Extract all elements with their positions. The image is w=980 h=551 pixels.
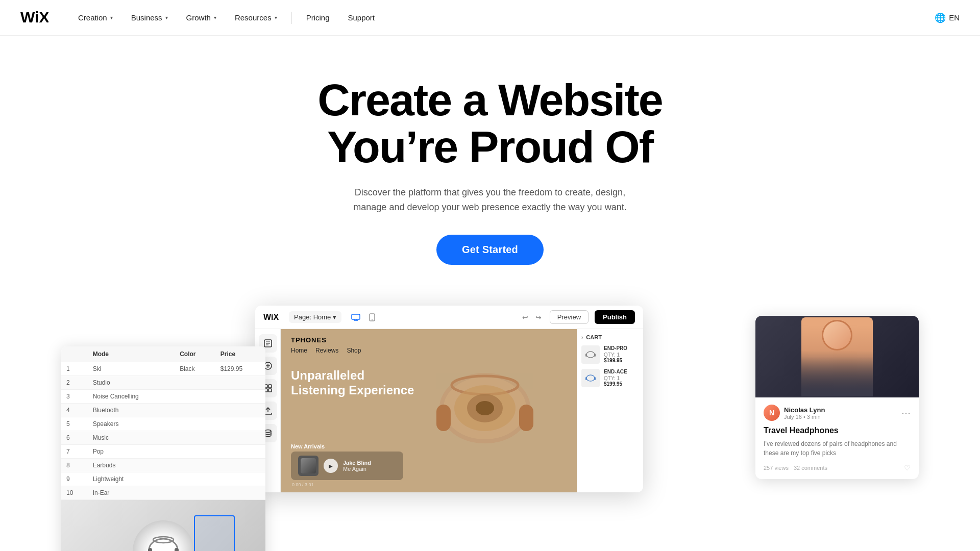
table-row: 9Lightweight bbox=[61, 472, 265, 486]
nav-growth[interactable]: Growth ▾ bbox=[177, 9, 226, 26]
canvas-nav-reviews[interactable]: Reviews bbox=[315, 347, 338, 354]
chevron-down-icon: ▾ bbox=[165, 15, 168, 20]
cart-panel: › CART END-PRO QTY: 1 $199.95 bbox=[577, 329, 643, 492]
col-mode: Mode bbox=[88, 346, 175, 362]
svg-rect-25 bbox=[436, 405, 451, 431]
nav-menu: Creation ▾ Business ▾ Growth ▾ Resources… bbox=[69, 9, 384, 26]
table-row: 4Bluetooth bbox=[61, 404, 265, 417]
table-row: 5Speakers bbox=[61, 417, 265, 431]
undo-button[interactable]: ↩ bbox=[520, 311, 530, 323]
page-selector[interactable]: Page: Home ▾ bbox=[289, 311, 341, 323]
product-table-card: Mode Color Price 1SkiBlack$129.95 2Studi… bbox=[61, 346, 265, 551]
device-toggle bbox=[350, 311, 378, 323]
svg-rect-32 bbox=[594, 354, 596, 357]
svg-text:WiX: WiX bbox=[20, 9, 48, 24]
nav-creation[interactable]: Creation ▾ bbox=[69, 9, 122, 26]
table-row: 6Music bbox=[61, 431, 265, 445]
screenshots-section: Mode Color Price 1SkiBlack$129.95 2Studi… bbox=[0, 306, 980, 492]
svg-rect-19 bbox=[268, 385, 272, 388]
wix-logo[interactable]: WiX bbox=[20, 9, 48, 27]
desktop-icon[interactable] bbox=[350, 311, 362, 323]
selection-box bbox=[194, 515, 235, 551]
navbar: WiX Creation ▾ Business ▾ Growth ▾ Resou… bbox=[0, 0, 980, 36]
svg-rect-5 bbox=[352, 314, 360, 319]
undo-redo-group: ↩ ↪ bbox=[520, 311, 544, 323]
blog-comments: 32 comments bbox=[794, 465, 827, 471]
blog-excerpt: I’ve reviewed dozens of pairs of headpho… bbox=[764, 439, 911, 458]
cart-expand-icon[interactable]: › bbox=[581, 335, 583, 340]
author-avatar: N bbox=[764, 405, 780, 421]
chevron-down-icon: ▾ bbox=[110, 15, 113, 20]
col-color: Color bbox=[175, 346, 215, 362]
get-started-button[interactable]: Get Started bbox=[436, 235, 544, 265]
svg-point-29 bbox=[476, 401, 494, 415]
svg-point-10 bbox=[372, 319, 373, 320]
blog-views: 257 views bbox=[764, 465, 789, 471]
col-price: Price bbox=[215, 346, 265, 362]
blog-footer: 257 views 32 comments ♡ bbox=[764, 464, 911, 472]
canvas-bottom: New Arrivals ▶ Jake Blind Me Again 0:00 … bbox=[291, 443, 572, 487]
cart-item-details: END-ACE QTY: 1 $199.95 bbox=[604, 369, 627, 387]
mobile-icon[interactable] bbox=[366, 311, 378, 323]
cart-header: › CART bbox=[581, 334, 639, 340]
table-row: 10In-Ear bbox=[61, 486, 265, 500]
blog-author-row: N Nicolas Lynn July 16 • 3 min ⋯ bbox=[764, 405, 911, 421]
blog-image bbox=[755, 316, 919, 397]
editor-wix-logo: WiX bbox=[263, 313, 279, 322]
canvas-nav-shop[interactable]: Shop bbox=[347, 347, 361, 354]
cart-item-image bbox=[581, 369, 600, 387]
canvas-nav-home[interactable]: Home bbox=[291, 347, 307, 354]
preview-button[interactable]: Preview bbox=[550, 310, 589, 324]
locale-switcher[interactable]: 🌐 EN bbox=[935, 12, 960, 23]
cart-item-details: END-PRO QTY: 1 $199.95 bbox=[604, 345, 627, 363]
like-button[interactable]: ♡ bbox=[904, 464, 911, 472]
nav-divider bbox=[291, 12, 292, 24]
blog-title: Travel Headphones bbox=[764, 426, 911, 435]
product-image bbox=[61, 500, 265, 551]
svg-rect-31 bbox=[585, 354, 587, 357]
cart-item: END-ACE QTY: 1 $199.95 bbox=[581, 369, 639, 387]
editor-topbar: WiX Page: Home ▾ ↩ ↪ Preview Publish bbox=[255, 306, 643, 329]
music-play-button[interactable]: ▶ bbox=[324, 459, 338, 473]
blog-menu-button[interactable]: ⋯ bbox=[901, 407, 911, 418]
headphones-thumbnail bbox=[133, 520, 194, 551]
table-row: 7Pop bbox=[61, 445, 265, 459]
table-row: 8Earbuds bbox=[61, 459, 265, 472]
table-row: 2Studio bbox=[61, 376, 265, 390]
col-num bbox=[61, 346, 88, 362]
hero-subtitle: Discover the platform that gives you the… bbox=[10, 185, 970, 215]
cart-item: END-PRO QTY: 1 $199.95 bbox=[581, 345, 639, 364]
redo-button[interactable]: ↪ bbox=[533, 311, 544, 323]
nav-support[interactable]: Support bbox=[339, 9, 384, 26]
blog-body: N Nicolas Lynn July 16 • 3 min ⋯ Travel … bbox=[755, 397, 919, 479]
blogger-background bbox=[755, 316, 919, 397]
product-table: Mode Color Price 1SkiBlack$129.95 2Studi… bbox=[61, 346, 265, 500]
svg-point-22 bbox=[265, 430, 271, 433]
chevron-down-icon: ▾ bbox=[275, 15, 277, 20]
cart-item-image bbox=[581, 345, 600, 364]
nav-pricing[interactable]: Pricing bbox=[297, 9, 339, 26]
music-info: Jake Blind Me Again bbox=[343, 460, 371, 472]
hero-section: Create a Website You’re Proud Of Discove… bbox=[0, 36, 980, 295]
svg-rect-34 bbox=[585, 377, 587, 380]
svg-rect-26 bbox=[519, 405, 533, 431]
editor-canvas: TPHONES Home Reviews Shop Unparalleled L… bbox=[281, 329, 577, 492]
nav-resources[interactable]: Resources ▾ bbox=[226, 9, 286, 26]
svg-point-33 bbox=[586, 375, 595, 381]
chevron-down-icon: ▾ bbox=[333, 313, 336, 321]
globe-icon: 🌐 bbox=[935, 12, 946, 23]
svg-rect-35 bbox=[594, 377, 596, 380]
chevron-down-icon: ▾ bbox=[214, 15, 216, 20]
nav-business[interactable]: Business ▾ bbox=[122, 9, 177, 26]
hero-title: Create a Website You’re Proud Of bbox=[10, 77, 970, 171]
editor-body: TPHONES Home Reviews Shop Unparalleled L… bbox=[255, 329, 643, 492]
svg-point-30 bbox=[586, 352, 595, 358]
author-info: Nicolas Lynn July 16 • 3 min bbox=[784, 406, 897, 420]
table-row: 1SkiBlack$129.95 bbox=[61, 362, 265, 376]
table-row: 3Noise Cancelling bbox=[61, 390, 265, 404]
blog-card: N Nicolas Lynn July 16 • 3 min ⋯ Travel … bbox=[755, 316, 919, 479]
publish-button[interactable]: Publish bbox=[595, 310, 635, 324]
wix-editor: WiX Page: Home ▾ ↩ ↪ Preview Publish bbox=[255, 306, 643, 492]
svg-rect-21 bbox=[268, 389, 272, 392]
